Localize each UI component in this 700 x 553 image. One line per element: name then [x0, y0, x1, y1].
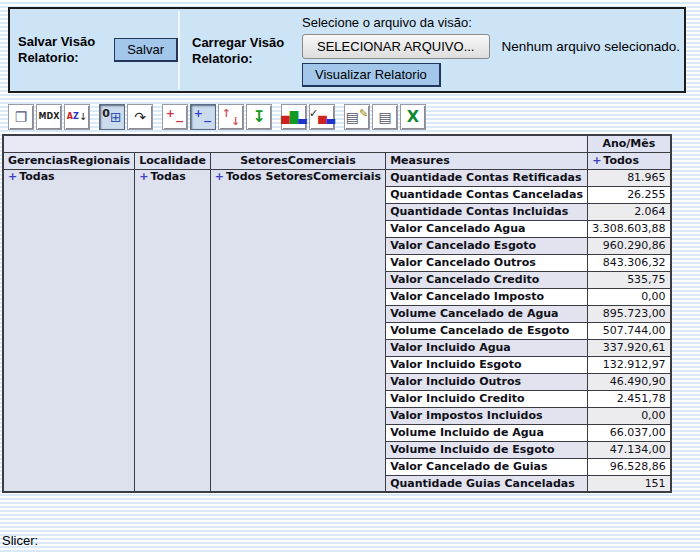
pivot-table: Ano/MêsGerenciasRegionaisLocalidadeSetor…: [2, 134, 672, 493]
show-parents-icon[interactable]: 0⊞: [99, 104, 125, 130]
expand-icon[interactable]: +: [139, 170, 148, 183]
value-cell: 0,00: [588, 407, 671, 424]
value-cell: 47.134,00: [588, 441, 671, 458]
value-cell: 895.723,00: [588, 305, 671, 322]
measure-cell: Quantidade Contas Retificadas: [386, 169, 588, 186]
measure-cell: Valor Incluido Esgoto: [386, 356, 588, 373]
save-section: Salvar Visão Relatorio: Salvar: [10, 9, 178, 91]
value-cell: 2.064: [588, 203, 671, 220]
value-cell: 81.965: [588, 169, 671, 186]
measure-cell: Volume Incluido de Agua: [386, 424, 588, 441]
measure-cell: Valor Cancelado Esgoto: [386, 237, 588, 254]
value-cell: 960.290,86: [588, 237, 671, 254]
measure-cell: Quantidade Contas Canceladas: [386, 186, 588, 203]
slicer-label: Slicer:: [2, 533, 38, 548]
value-cell: 132.912,97: [588, 356, 671, 373]
view-report-button[interactable]: Visualizar Relatorio: [302, 63, 441, 87]
row-member-cell: +Todos SetoresComerciais: [210, 169, 385, 492]
corner-cell: [3, 135, 588, 152]
measure-cell: Valor Cancelado de Guias: [386, 458, 588, 475]
column-member-cell: +Todos: [588, 152, 671, 169]
value-cell: 151: [588, 475, 671, 492]
value-cell: 843.306,32: [588, 254, 671, 271]
select-file-button[interactable]: SELECIONAR ARQUIVO...: [302, 34, 490, 59]
row-member-cell: +Todas: [3, 169, 135, 492]
value-cell: 66.037,00: [588, 424, 671, 441]
dimension-header-measures: Measures: [386, 152, 588, 169]
row-member-cell: +Todas: [135, 169, 211, 492]
value-cell: 46.490,90: [588, 373, 671, 390]
show-chart-icon[interactable]: ▅█▃: [281, 104, 307, 130]
measure-cell: Valor Incluido Agua: [386, 339, 588, 356]
dimension-header-setorescomerciais: SetoresComerciais: [210, 152, 385, 169]
drill-member-icon[interactable]: +−: [162, 104, 188, 130]
swap-axes-icon[interactable]: ↷: [127, 104, 153, 130]
save-button[interactable]: Salvar: [114, 38, 178, 62]
drill-position-icon[interactable]: +−: [190, 104, 216, 130]
file-prompt-label: Selecione o arquivo da visão:: [302, 15, 472, 30]
pivot-toolbar: ❐MDXAZ↓0⊞↷+−+−↑↓↧▅█▃✓▅▃▤✎▤X: [8, 104, 426, 130]
save-view-label: Salvar Visão Relatorio:: [18, 34, 104, 67]
value-cell: 535,75: [588, 271, 671, 288]
load-section: Carregar Visão Relatorio: Selecione o ar…: [180, 9, 680, 91]
measure-cell: Valor Impostos Incluidos: [386, 407, 588, 424]
value-cell: 2.451,78: [588, 390, 671, 407]
expand-icon[interactable]: +: [592, 154, 601, 167]
measure-cell: Volume Cancelado de Agua: [386, 305, 588, 322]
drill-through-icon[interactable]: ↧: [246, 104, 272, 130]
measure-cell: Valor Incluido Outros: [386, 373, 588, 390]
print-icon[interactable]: ▤: [372, 104, 398, 130]
measure-cell: Volume Cancelado de Esgoto: [386, 322, 588, 339]
measure-cell: Valor Cancelado Outros: [386, 254, 588, 271]
value-cell: 507.744,00: [588, 322, 671, 339]
dimension-header-localidade: Localidade: [135, 152, 211, 169]
expand-icon[interactable]: +: [215, 170, 224, 183]
value-cell: 337.920,61: [588, 339, 671, 356]
expand-icon[interactable]: +: [8, 170, 17, 183]
measure-cell: Valor Cancelado Agua: [386, 220, 588, 237]
measure-cell: Valor Cancelado Credito: [386, 271, 588, 288]
measure-cell: Valor Cancelado Imposto: [386, 288, 588, 305]
measure-cell: Volume Incluido de Esgoto: [386, 441, 588, 458]
mdx-editor-icon[interactable]: MDX: [36, 104, 62, 130]
column-dimension-header: Ano/Mês: [588, 135, 671, 152]
save-load-panel: Salvar Visão Relatorio: Salvar Carregar …: [8, 7, 686, 93]
dimension-header-gerenciasregionais: GerenciasRegionais: [3, 152, 135, 169]
drill-replace-icon[interactable]: ↑↓: [218, 104, 244, 130]
file-status-text: Nenhum arquivo selecionado.: [502, 39, 681, 54]
print-config-icon[interactable]: ▤✎: [344, 104, 370, 130]
sort-icon[interactable]: AZ↓: [64, 104, 90, 130]
measure-cell: Quantidade Contas Incluidas: [386, 203, 588, 220]
measure-cell: Valor Incluido Credito: [386, 390, 588, 407]
excel-export-icon[interactable]: X: [400, 104, 426, 130]
olap-navigator-icon[interactable]: ❐: [8, 104, 34, 130]
value-cell: 96.528,86: [588, 458, 671, 475]
value-cell: 0,00: [588, 288, 671, 305]
value-cell: 3.308.603,88: [588, 220, 671, 237]
measure-cell: Quantidade Guias Canceladas: [386, 475, 588, 492]
load-view-label: Carregar Visão Relatorio:: [192, 15, 288, 91]
value-cell: 26.255: [588, 186, 671, 203]
chart-config-icon[interactable]: ✓▅▃: [309, 104, 335, 130]
